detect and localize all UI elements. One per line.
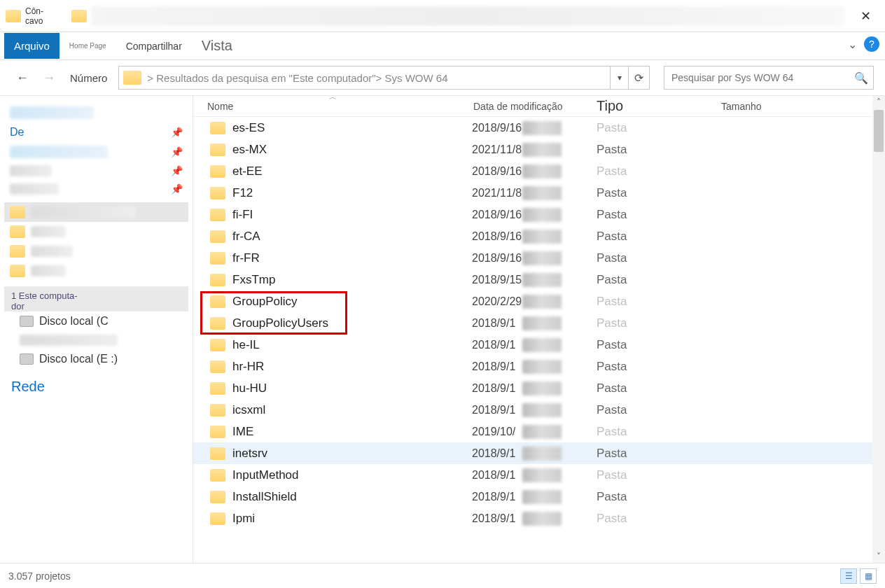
- table-row[interactable]: fr-FR2018/9/16Pasta: [193, 247, 872, 269]
- forward-button[interactable]: →: [39, 68, 59, 88]
- close-button[interactable]: ✕: [858, 9, 872, 23]
- address-text[interactable]: > Resultados da pesquisa em "Este comput…: [144, 72, 610, 84]
- file-name: InputMethod: [232, 468, 472, 482]
- table-row[interactable]: InputMethod2018/9/1Pasta: [193, 464, 872, 486]
- sidebar-item[interactable]: [4, 331, 188, 349]
- view-details-button[interactable]: ☰: [840, 568, 857, 584]
- date-blur: [522, 316, 562, 330]
- sidebar-folder[interactable]: [4, 261, 188, 281]
- address-bar[interactable]: > Resultados da pesquisa em "Este comput…: [118, 66, 650, 90]
- search-input[interactable]: [664, 72, 849, 83]
- sidebar-item[interactable]: 📌: [4, 180, 188, 198]
- folder-icon: [6, 10, 21, 22]
- scroll-up-icon[interactable]: ˄: [872, 96, 885, 108]
- sidebar-this-pc[interactable]: 1 Este computa- dor: [4, 286, 188, 312]
- table-row[interactable]: F122021/11/8Pasta: [193, 182, 872, 204]
- scroll-thumb[interactable]: [874, 110, 884, 152]
- date-blur: [522, 208, 562, 222]
- sidebar-network[interactable]: Rede: [4, 369, 188, 405]
- titlebar: Côn- cavo – ▢ ✕: [0, 0, 885, 32]
- file-rows: es-ES2018/9/16Pastaes-MX2021/11/8Pastaet…: [193, 117, 872, 563]
- table-row[interactable]: inetsrv2018/9/1Pasta: [193, 442, 872, 464]
- file-type: Pasta: [595, 230, 720, 244]
- file-type: Pasta: [595, 338, 720, 352]
- date-blur: [522, 186, 562, 200]
- table-row[interactable]: fr-CA2018/9/16Pasta: [193, 225, 872, 247]
- refresh-button[interactable]: ⟳: [628, 66, 649, 89]
- date-blur: [522, 447, 562, 461]
- table-row[interactable]: he-IL2018/9/1Pasta: [193, 334, 872, 356]
- file-name: icsxml: [232, 403, 472, 417]
- pin-icon: 📌: [171, 165, 183, 176]
- tab-compartilhar[interactable]: Compartilhar: [116, 36, 192, 56]
- table-row[interactable]: GroupPolicyUsers2018/9/1Pasta: [193, 312, 872, 334]
- scrollbar[interactable]: ˄ ˅: [872, 96, 885, 563]
- table-row[interactable]: FxsTmp2018/9/15Pasta: [193, 269, 872, 290]
- address-dropdown[interactable]: ▾: [610, 66, 628, 89]
- folder-icon: [123, 71, 141, 85]
- scroll-down-icon[interactable]: ˅: [872, 550, 885, 563]
- sidebar-folder[interactable]: [4, 241, 188, 261]
- chevron-down-icon[interactable]: ⌄: [848, 38, 857, 51]
- file-name: GroupPolicy: [232, 295, 472, 309]
- table-row[interactable]: InstallShield2018/9/1Pasta: [193, 486, 872, 507]
- sidebar-item[interactable]: 📌: [4, 162, 188, 180]
- tab-vista[interactable]: Vista: [192, 34, 242, 58]
- sidebar-item[interactable]: De📌: [4, 122, 188, 142]
- table-row[interactable]: es-ES2018/9/16Pasta: [193, 117, 872, 139]
- sidebar-item[interactable]: 📌: [4, 142, 188, 162]
- file-name: FxsTmp: [232, 273, 472, 287]
- table-row[interactable]: et-EE2018/9/16Pasta: [193, 160, 872, 182]
- sort-indicator-icon: ︿: [329, 92, 337, 102]
- sidebar-drive-e[interactable]: Disco local (E :): [4, 349, 188, 369]
- table-row[interactable]: icsxml2018/9/1Pasta: [193, 399, 872, 421]
- date-blur: [522, 143, 562, 157]
- view-icons-button[interactable]: ▦: [860, 568, 877, 584]
- nav-label: Número: [70, 72, 107, 84]
- date-blur: [522, 230, 562, 244]
- table-row[interactable]: IME2019/10/Pasta: [193, 421, 872, 442]
- col-size-header[interactable]: Tamanho: [721, 101, 819, 112]
- file-name: F12: [232, 186, 472, 200]
- table-row[interactable]: es-MX2021/11/8Pasta: [193, 139, 872, 160]
- file-name: hu-HU: [232, 382, 472, 396]
- folder-icon: [210, 252, 225, 265]
- table-row[interactable]: hu-HU2018/9/1Pasta: [193, 377, 872, 399]
- table-row[interactable]: hr-HR2018/9/1Pasta: [193, 356, 872, 377]
- tab-home[interactable]: Home Page: [60, 38, 116, 54]
- folder-icon: [210, 230, 225, 243]
- col-type-header[interactable]: Tipo: [597, 98, 721, 114]
- window-title: Côn- cavo: [25, 6, 67, 26]
- tab-arquivo[interactable]: Arquivo: [4, 33, 60, 59]
- table-row[interactable]: GroupPolicy2020/2/29Pasta: [193, 290, 872, 312]
- folder-icon: [210, 512, 225, 525]
- folder-icon: [210, 122, 225, 134]
- file-name: fr-FR: [232, 251, 472, 265]
- file-type: Pasta: [595, 382, 720, 396]
- sidebar-folder[interactable]: [4, 202, 188, 222]
- back-button[interactable]: ←: [13, 68, 32, 88]
- file-name: fr-CA: [232, 230, 472, 244]
- help-button[interactable]: ?: [864, 36, 879, 52]
- date-blur: [522, 490, 562, 504]
- file-type: Pasta: [595, 403, 720, 417]
- sidebar-folder[interactable]: [4, 222, 188, 241]
- table-row[interactable]: Ipmi2018/9/1Pasta: [193, 507, 872, 529]
- search-icon[interactable]: 🔍: [849, 71, 873, 85]
- folder-icon: [210, 404, 225, 416]
- sidebar-drive-c[interactable]: Disco local (C: [4, 312, 188, 331]
- col-date-header[interactable]: Data de modificação: [473, 101, 597, 112]
- drive-icon: [20, 354, 34, 365]
- date-blur: [522, 382, 562, 396]
- file-name: IME: [232, 425, 472, 439]
- quick-access[interactable]: [4, 103, 188, 122]
- date-blur: [522, 403, 562, 417]
- folder-icon: [71, 10, 87, 22]
- pin-icon: 📌: [171, 183, 183, 195]
- drive-icon: [20, 316, 34, 327]
- search-box[interactable]: 🔍: [664, 66, 874, 90]
- file-type: Pasta: [595, 208, 720, 222]
- table-row[interactable]: fi-FI2018/9/16Pasta: [193, 204, 872, 225]
- file-name: fi-FI: [232, 208, 472, 222]
- file-type: Pasta: [595, 490, 720, 504]
